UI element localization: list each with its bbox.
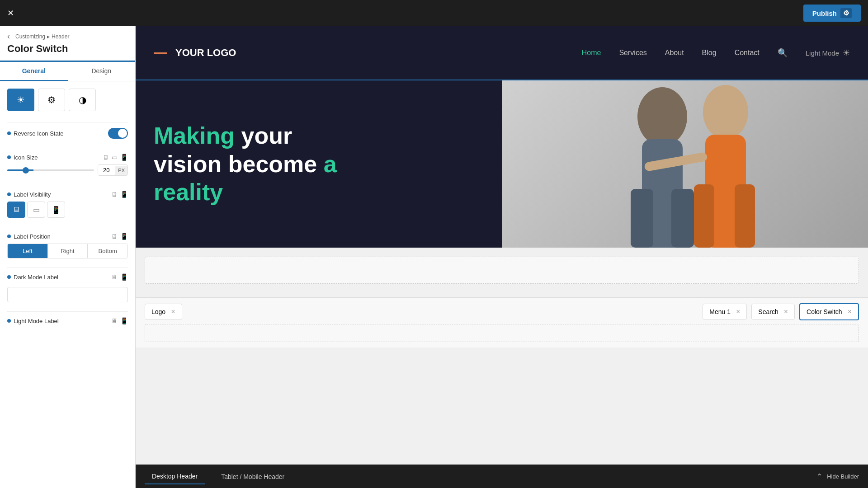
search-icon[interactable]: 🔍 [778, 48, 788, 58]
hide-builder-button[interactable]: Hide Builder [827, 473, 859, 480]
search-remove-button[interactable]: × [784, 308, 788, 316]
back-button[interactable]: ‹ [7, 32, 10, 41]
divider-5 [7, 267, 128, 268]
dot-indicator [7, 192, 11, 196]
bottom-right: ⌃ Hide Builder [816, 472, 859, 481]
svg-rect-2 [631, 189, 653, 248]
colorswitch-remove-button[interactable]: × [848, 308, 852, 316]
dark-mode-label-row: Dark Mode Label 🖥 📱 [7, 273, 128, 281]
vis-desktop-button[interactable]: 🖥 [7, 202, 25, 218]
publish-button[interactable]: Publish ⚙ [803, 5, 861, 22]
half-circle-icon-button[interactable]: ◑ [69, 89, 96, 111]
colorswitch-item-label: Color Switch [807, 308, 842, 315]
icon-size-setting: Icon Size 🖥 ▭ 📱 PX [7, 154, 128, 176]
unit-label: PX [115, 166, 127, 175]
light-mode-toggle[interactable]: Light Mode ☀ [806, 48, 850, 58]
gear-icon-button[interactable]: ⚙ [38, 89, 65, 111]
label-visibility-setting: Label Visibility 🖥 📱 🖥 ▭ 📱 [7, 191, 128, 218]
hero-image [502, 80, 868, 248]
divider-3 [7, 185, 128, 185]
vis-mobile-button[interactable]: 📱 [47, 202, 65, 218]
breadcrumb: ‹ Customizing ▸ Header [7, 32, 128, 41]
svg-rect-6 [694, 184, 714, 248]
builder-logo-item[interactable]: Logo × [145, 304, 182, 320]
builder-search-item[interactable]: Search × [751, 304, 795, 320]
mode-label: Light Mode [806, 49, 839, 57]
reverse-icon-state-setting: Reverse Icon State [7, 128, 128, 139]
sidebar-title: Color Switch [7, 43, 128, 55]
nav-blog[interactable]: Blog [702, 49, 717, 57]
desktop-icon-dm[interactable]: 🖥 [111, 273, 118, 281]
dashed-row-1 [145, 257, 859, 284]
icon-size-label: Icon Size 🖥 ▭ 📱 [7, 154, 128, 161]
builder-bottom-row [145, 324, 859, 342]
toggle-knob [118, 129, 127, 138]
preview-area: YOUR LOGO Home Services About Blog Conta… [136, 26, 868, 488]
builder-row: Logo × Menu 1 × Search × Color Switch × [145, 303, 859, 320]
nav-services[interactable]: Services [619, 49, 646, 57]
divider-1 [7, 122, 128, 122]
icon-size-value[interactable] [98, 165, 114, 175]
visibility-buttons: 🖥 ▭ 📱 [7, 202, 128, 218]
tab-mobile-header[interactable]: Tablet / Mobile Header [214, 469, 292, 484]
mobile-icon-lv[interactable]: 📱 [120, 191, 128, 198]
pos-bottom-button[interactable]: Bottom [88, 244, 127, 258]
position-buttons: Left Right Bottom [7, 244, 128, 258]
label-position-label: Label Position 🖥 📱 [7, 233, 128, 240]
top-bar: ✕ Publish ⚙ [0, 0, 868, 26]
sun-mode-icon: ☀ [843, 48, 850, 58]
logo-item-label: Logo [151, 308, 165, 315]
mobile-icon-lp[interactable]: 📱 [120, 233, 128, 240]
nav-home[interactable]: Home [582, 49, 601, 57]
search-item-label: Search [758, 308, 778, 315]
vis-tablet-button[interactable]: ▭ [27, 202, 45, 218]
website-preview: YOUR LOGO Home Services About Blog Conta… [136, 26, 868, 465]
tab-design[interactable]: Design [68, 62, 136, 81]
nav-contact[interactable]: Contact [735, 49, 760, 57]
logo-dash [154, 52, 167, 54]
sidebar-content: ☀ ⚙ ◑ Reverse Icon State [0, 81, 135, 488]
sun-icon-button[interactable]: ☀ [7, 89, 34, 111]
dot-indicator [7, 319, 11, 323]
dark-mode-input[interactable]: Dark Mode [7, 287, 128, 302]
dot-indicator [7, 131, 11, 135]
desktop-icon-lp[interactable]: 🖥 [111, 233, 118, 240]
tablet-icon[interactable]: ▭ [112, 154, 118, 161]
tab-general[interactable]: General [0, 62, 68, 81]
dark-mode-label-setting: Dark Mode Label 🖥 📱 Dark Mode [7, 273, 128, 302]
pos-right-button[interactable]: Right [48, 244, 88, 258]
mobile-icon[interactable]: 📱 [120, 154, 128, 161]
divider-2 [7, 148, 128, 148]
slider-row: PX [7, 164, 128, 176]
chevron-icon: ⌃ [816, 472, 822, 481]
icon-size-slider[interactable] [7, 169, 94, 171]
desktop-icon-lm[interactable]: 🖥 [111, 317, 118, 324]
desktop-icon[interactable]: 🖥 [103, 154, 109, 161]
reverse-icon-label: Reverse Icon State [7, 128, 128, 139]
main-layout: ‹ Customizing ▸ Header Color Switch Gene… [0, 26, 868, 488]
tabs-bar: General Design [0, 62, 135, 81]
content-area [136, 248, 868, 297]
icon-button-row: ☀ ⚙ ◑ [7, 89, 128, 111]
hero-title: Making your vision become a reality [154, 122, 337, 206]
pos-left-button[interactable]: Left [8, 244, 48, 258]
svg-rect-7 [735, 184, 755, 248]
tab-desktop-header[interactable]: Desktop Header [145, 469, 205, 484]
close-button[interactable]: ✕ [7, 8, 14, 18]
label-position-setting: Label Position 🖥 📱 Left Right Bottom [7, 233, 128, 258]
menu-remove-button[interactable]: × [736, 308, 740, 316]
builder-menu-item[interactable]: Menu 1 × [703, 304, 747, 320]
builder-colorswitch-item[interactable]: Color Switch × [799, 303, 859, 320]
dot-indicator [7, 275, 11, 279]
hero-section: Making your vision become a reality [136, 80, 868, 248]
reverse-icon-toggle[interactable] [108, 128, 128, 139]
logo-text: YOUR LOGO [175, 47, 236, 59]
mobile-icon-lm[interactable]: 📱 [120, 317, 128, 324]
light-mode-label-row: Light Mode Label 🖥 📱 [7, 317, 128, 324]
hero-image-placeholder [502, 80, 868, 248]
nav-about[interactable]: About [665, 49, 684, 57]
mobile-icon-dm[interactable]: 📱 [120, 273, 128, 281]
dot-indicator [7, 155, 11, 159]
logo-remove-button[interactable]: × [171, 308, 175, 316]
desktop-icon-lv[interactable]: 🖥 [111, 191, 118, 198]
